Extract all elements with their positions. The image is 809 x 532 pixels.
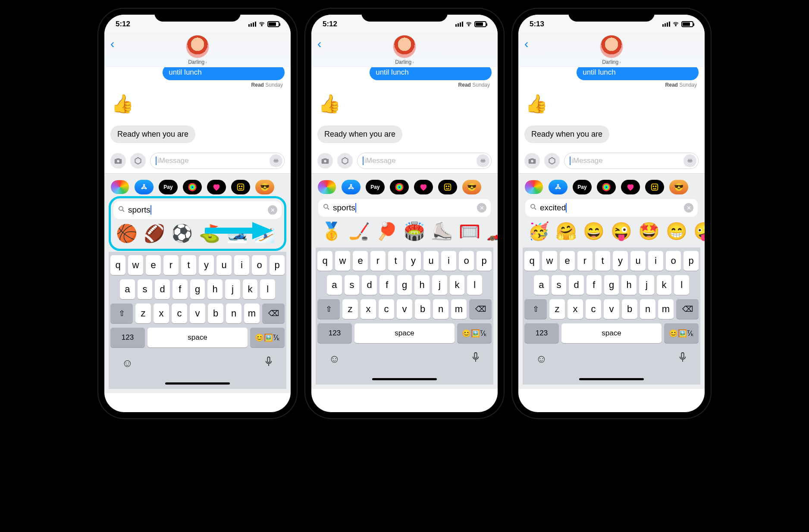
key-i[interactable]: i	[234, 255, 249, 275]
memoji-app-icon[interactable]: 😎	[255, 180, 274, 194]
key-i[interactable]: i	[441, 251, 456, 271]
imessage-apps[interactable]: Pay 😎	[523, 180, 700, 199]
key-v[interactable]: v	[190, 304, 205, 323]
photos-app-icon[interactable]	[110, 180, 129, 194]
key-g[interactable]: g	[190, 279, 205, 299]
key-c[interactable]: c	[586, 299, 601, 319]
key-i[interactable]: i	[648, 251, 663, 271]
heart-app-icon[interactable]	[621, 180, 640, 194]
key-o[interactable]: o	[252, 255, 267, 275]
key-b[interactable]: b	[415, 299, 430, 319]
space-key[interactable]: space	[354, 323, 455, 343]
emoji-result[interactable]: ⛳	[199, 223, 220, 244]
key-x[interactable]: x	[361, 299, 376, 319]
camera-button[interactable]	[317, 153, 333, 169]
key-q[interactable]: q	[524, 251, 539, 271]
emoji-result[interactable]: 🏈	[144, 223, 165, 244]
key-y[interactable]: y	[199, 255, 214, 275]
backspace-key[interactable]: ⌫	[262, 304, 285, 323]
key-a[interactable]: a	[120, 279, 135, 299]
key-f[interactable]: f	[586, 275, 602, 295]
key-c[interactable]: c	[379, 299, 394, 319]
memoji-app-icon[interactable]: 😎	[462, 180, 481, 194]
imessage-apps[interactable]: Pay 😎	[316, 180, 493, 199]
key-s[interactable]: s	[138, 279, 153, 299]
symbols-key[interactable]: 😊🖼️ᵀ⁄ₖ	[250, 328, 285, 347]
key-j[interactable]: j	[225, 279, 240, 299]
key-w[interactable]: w	[335, 251, 350, 271]
key-m[interactable]: m	[658, 299, 674, 319]
key-u[interactable]: u	[630, 251, 646, 271]
compose-input[interactable]: iMessage	[150, 153, 285, 169]
home-indicator[interactable]	[579, 378, 644, 380]
key-c[interactable]: c	[172, 304, 187, 323]
dictation-button[interactable]	[264, 356, 273, 370]
key-r[interactable]: r	[163, 255, 179, 275]
memoji-app-icon[interactable]: 😎	[669, 180, 688, 194]
apple-pay-app-icon[interactable]: Pay	[159, 180, 178, 194]
numbers-key[interactable]: 123	[317, 323, 352, 343]
key-b[interactable]: b	[622, 299, 637, 319]
key-n[interactable]: n	[433, 299, 448, 319]
camera-button[interactable]	[524, 153, 540, 169]
emoji-keyboard-button[interactable]: ☺	[122, 357, 133, 370]
key-v[interactable]: v	[397, 299, 412, 319]
fitness-app-icon[interactable]	[597, 180, 616, 194]
app-drawer-button[interactable]	[337, 153, 353, 169]
key-e[interactable]: e	[353, 251, 368, 271]
key-u[interactable]: u	[216, 255, 232, 275]
emoji-keyboard-button[interactable]: ☺	[536, 352, 547, 366]
key-u[interactable]: u	[423, 251, 439, 271]
appstore-app-icon[interactable]	[549, 180, 568, 194]
key-a[interactable]: a	[327, 275, 342, 295]
dictation-button[interactable]	[678, 352, 687, 366]
key-b[interactable]: b	[208, 304, 223, 323]
appstore-app-icon[interactable]	[342, 180, 361, 194]
key-s[interactable]: s	[345, 275, 360, 295]
shift-key[interactable]: ⇧	[317, 299, 340, 319]
compose-input[interactable]: iMessage	[357, 153, 492, 169]
clips-app-icon[interactable]	[645, 180, 664, 194]
apple-pay-app-icon[interactable]: Pay	[366, 180, 385, 194]
emoji-search-input[interactable]: sports ✕	[318, 199, 491, 217]
key-w[interactable]: w	[542, 251, 557, 271]
clear-search-button[interactable]: ✕	[684, 203, 693, 213]
key-x[interactable]: x	[568, 299, 583, 319]
key-j[interactable]: j	[432, 275, 447, 295]
key-k[interactable]: k	[657, 275, 672, 295]
key-m[interactable]: m	[451, 299, 467, 319]
key-d[interactable]: d	[569, 275, 584, 295]
key-h[interactable]: h	[414, 275, 430, 295]
key-z[interactable]: z	[342, 299, 358, 319]
space-key[interactable]: space	[147, 328, 248, 347]
clear-search-button[interactable]: ✕	[477, 203, 486, 213]
photos-app-icon[interactable]	[317, 180, 336, 194]
emoji-result[interactable]: 🤗	[555, 221, 577, 241]
key-f[interactable]: f	[172, 279, 188, 299]
key-t[interactable]: t	[388, 251, 403, 271]
photos-app-icon[interactable]	[524, 180, 543, 194]
emoji-keyboard-button[interactable]: ☺	[329, 352, 340, 366]
key-j[interactable]: j	[639, 275, 654, 295]
emoji-result[interactable]: ⚽	[171, 223, 193, 244]
emoji-result[interactable]: 🥇	[321, 221, 342, 241]
emoji-search-input[interactable]: sports ✕	[113, 201, 282, 219]
key-g[interactable]: g	[397, 275, 412, 295]
key-f[interactable]: f	[379, 275, 395, 295]
key-l[interactable]: l	[260, 279, 275, 299]
key-k[interactable]: k	[450, 275, 465, 295]
voice-message-button[interactable]	[477, 154, 489, 167]
heart-app-icon[interactable]	[414, 180, 433, 194]
fitness-app-icon[interactable]	[183, 180, 202, 194]
key-p[interactable]: p	[684, 251, 699, 271]
key-w[interactable]: w	[128, 255, 143, 275]
key-h[interactable]: h	[621, 275, 637, 295]
emoji-result[interactable]: 🏎️	[486, 221, 498, 241]
emoji-result[interactable]: 🎿	[226, 223, 248, 244]
voice-message-button[interactable]	[270, 154, 282, 167]
back-button[interactable]: ‹	[317, 37, 321, 51]
emoji-result[interactable]: ⛷️	[254, 223, 276, 244]
key-d[interactable]: d	[155, 279, 170, 299]
key-p[interactable]: p	[270, 255, 285, 275]
key-n[interactable]: n	[640, 299, 655, 319]
